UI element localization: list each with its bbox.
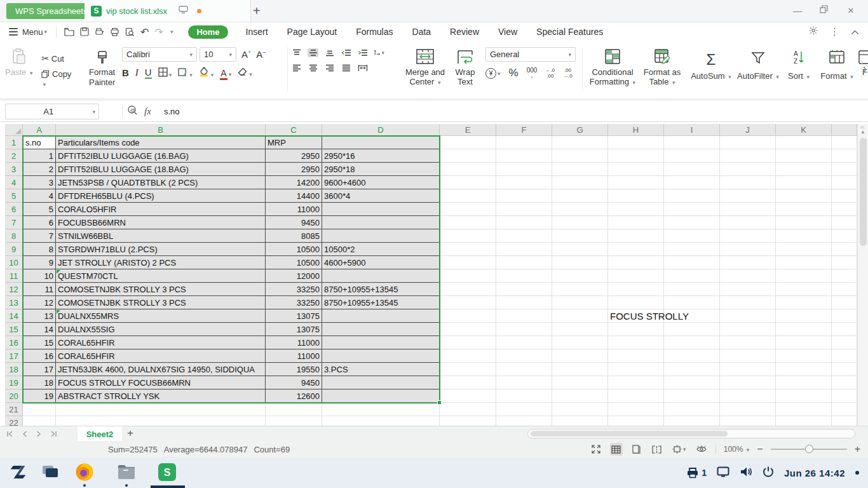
- cell-A17[interactable]: 16: [23, 349, 56, 363]
- cell-H18[interactable]: [608, 363, 664, 376]
- wrap-text-button[interactable]: Wrap Text: [451, 41, 479, 98]
- distribute-button[interactable]: [357, 64, 368, 72]
- hamburger-menu-icon[interactable]: [9, 28, 18, 36]
- cell-G11[interactable]: [552, 269, 608, 283]
- cell-A18[interactable]: 17: [23, 363, 56, 376]
- cell-E3[interactable]: [440, 163, 496, 176]
- cell-D1[interactable]: [322, 136, 440, 149]
- row-header-20[interactable]: 20: [5, 390, 23, 403]
- cell-F3[interactable]: [496, 163, 552, 176]
- paste-button[interactable]: Paste ▾: [5, 41, 32, 98]
- cell-A9[interactable]: 8: [23, 243, 56, 256]
- cell-K2[interactable]: [776, 149, 832, 163]
- cell-H11[interactable]: [608, 269, 664, 283]
- name-box[interactable]: A1▾: [5, 104, 99, 119]
- cell-G20[interactable]: [552, 390, 608, 403]
- cell-D8[interactable]: [322, 229, 440, 243]
- cell-H9[interactable]: [608, 243, 664, 256]
- power-icon[interactable]: [763, 466, 774, 480]
- page-layout-view-button[interactable]: [630, 443, 643, 456]
- cell-B1[interactable]: Particulars/Items code: [56, 136, 266, 149]
- cell-I21[interactable]: [664, 403, 720, 416]
- cell-A22[interactable]: [23, 416, 56, 426]
- cell-H22[interactable]: [608, 416, 664, 426]
- cell-C19[interactable]: 9450: [266, 376, 322, 390]
- cell-A13[interactable]: 12: [23, 296, 56, 309]
- cell-A5[interactable]: 4: [23, 189, 56, 203]
- cell-K8[interactable]: [776, 229, 832, 243]
- col-header-partial[interactable]: [832, 124, 857, 136]
- cell-B7[interactable]: FOCUBSB66MRN: [56, 216, 266, 229]
- cell-J1[interactable]: [720, 136, 776, 149]
- cell-X14[interactable]: [832, 309, 857, 323]
- cell-I2[interactable]: [664, 149, 720, 163]
- col-header-A[interactable]: A: [23, 124, 56, 136]
- cell-I19[interactable]: [664, 376, 720, 390]
- autosum-button[interactable]: Σ AutoSum ▾: [690, 41, 732, 98]
- close-button[interactable]: ×: [848, 4, 854, 17]
- zorin-menu-icon[interactable]: [8, 463, 27, 482]
- italic-button[interactable]: I: [135, 67, 139, 78]
- row-header-3[interactable]: 3: [5, 163, 23, 176]
- cell-K14[interactable]: [776, 309, 832, 323]
- cell-B21[interactable]: [56, 403, 266, 416]
- cell-K13[interactable]: [776, 296, 832, 309]
- cell-F16[interactable]: [496, 336, 552, 349]
- insert-function-fx-icon[interactable]: fx: [144, 106, 151, 117]
- cell-F9[interactable]: [496, 243, 552, 256]
- cell-F8[interactable]: [496, 229, 552, 243]
- cell-I15[interactable]: [664, 323, 720, 336]
- cell-J3[interactable]: [720, 163, 776, 176]
- row-header-5[interactable]: 5: [5, 189, 23, 203]
- row-header-8[interactable]: 8: [5, 229, 23, 243]
- select-all-corner[interactable]: [5, 124, 23, 136]
- cell-F2[interactable]: [496, 149, 552, 163]
- cell-K21[interactable]: [776, 403, 832, 416]
- tab-data[interactable]: Data: [411, 25, 433, 38]
- cell-F13[interactable]: [496, 296, 552, 309]
- minimize-button[interactable]: —: [793, 6, 802, 16]
- cell-H3[interactable]: [608, 163, 664, 176]
- save-icon[interactable]: [80, 27, 89, 36]
- cell-K7[interactable]: [776, 216, 832, 229]
- printer-tray-icon[interactable]: 1: [686, 467, 707, 478]
- monitor-icon[interactable]: [179, 5, 188, 17]
- copy-button[interactable]: Copy ▾: [41, 69, 76, 88]
- cell-G12[interactable]: [552, 283, 608, 296]
- tab-formulas[interactable]: Formulas: [355, 25, 394, 38]
- cell-B3[interactable]: DFTIT52IBLU LUGGAGE (18.BAG): [56, 163, 266, 176]
- firefox-icon[interactable]: [75, 463, 94, 482]
- align-left-button[interactable]: [291, 64, 302, 72]
- underline-button[interactable]: U: [145, 67, 152, 79]
- cell-C10[interactable]: 10500: [266, 256, 322, 269]
- cell-F5[interactable]: [496, 189, 552, 203]
- cell-C12[interactable]: 33250: [266, 283, 322, 296]
- cell-I11[interactable]: [664, 269, 720, 283]
- collapse-ribbon-chevron-icon[interactable]: [851, 26, 859, 37]
- cell-J7[interactable]: [720, 216, 776, 229]
- cell-F22[interactable]: [496, 416, 552, 426]
- cell-H16[interactable]: [608, 336, 664, 349]
- cell-I17[interactable]: [664, 349, 720, 363]
- align-right-button[interactable]: [324, 64, 335, 72]
- cell-X5[interactable]: [832, 189, 857, 203]
- cell-I9[interactable]: [664, 243, 720, 256]
- cell-E10[interactable]: [440, 256, 496, 269]
- col-header-E[interactable]: E: [440, 124, 496, 136]
- cell-J13[interactable]: [720, 296, 776, 309]
- cell-D21[interactable]: [322, 403, 440, 416]
- cell-X17[interactable]: [832, 349, 857, 363]
- row-header-15[interactable]: 15: [5, 323, 23, 336]
- taskbar-clock[interactable]: Jun 26 14:42: [784, 468, 845, 478]
- cell-B6[interactable]: CORALO5HFIR: [56, 203, 266, 216]
- row-header-13[interactable]: 13: [5, 296, 23, 309]
- cell-A4[interactable]: 3: [23, 176, 56, 189]
- tab-special-features[interactable]: Special Features: [535, 25, 604, 38]
- decrease-indent-button[interactable]: [341, 48, 351, 57]
- reading-layout-eye-button[interactable]: [695, 443, 708, 456]
- cell-E7[interactable]: [440, 216, 496, 229]
- cell-K10[interactable]: [776, 256, 832, 269]
- cell-A6[interactable]: 5: [23, 203, 56, 216]
- sort-button[interactable]: AZ Sort ▾: [784, 41, 813, 98]
- cell-C21[interactable]: [266, 403, 322, 416]
